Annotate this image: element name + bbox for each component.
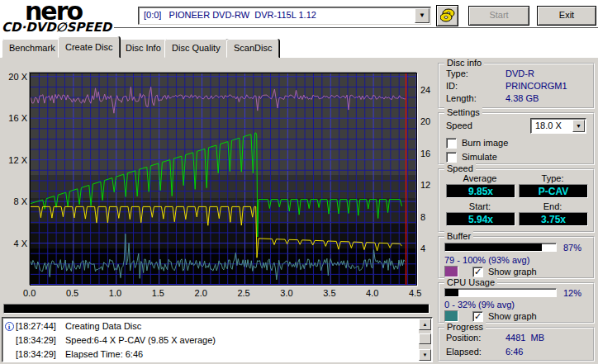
disc-info-label: Type:	[446, 69, 468, 78]
axis-tick-label: 0.0	[23, 288, 36, 298]
cpu-show-graph[interactable]: ✓Show graph	[472, 310, 537, 322]
buffer-show-graph[interactable]: ✓Show graph	[472, 266, 537, 277]
speed-cell-value: 3.75x	[519, 212, 588, 226]
status-log: i[18:27:44]Creating Data Disc[18:34:29]S…	[2, 317, 433, 362]
elapsed-label: Elapsed:	[446, 347, 482, 357]
disc-info-title: Disc info	[444, 58, 484, 68]
tab-disc-info[interactable]: Disc Info	[118, 39, 168, 58]
cpu-color-swatch	[444, 310, 458, 322]
eject-disc-button[interactable]	[436, 5, 458, 26]
log-text: Creating Data Disc	[65, 321, 141, 331]
chevron-down-icon[interactable]: ▼	[415, 8, 430, 23]
drive-select[interactable]: [0:0] PIONEER DVD-RW DVR-115L 1.12 ▼	[138, 7, 431, 25]
cpu-percent: 12%	[563, 288, 581, 298]
start-button[interactable]: Start	[468, 6, 529, 26]
log-entry: [18:34:29]Speed:6-4 X P-CAV (9.85 X aver…	[2, 333, 432, 346]
disc-stack-icon	[440, 14, 455, 24]
exit-button[interactable]: Exit	[537, 6, 596, 26]
speed-cell-label: Average	[446, 173, 514, 183]
progress-title: Progress	[444, 322, 486, 332]
axis-tick-label: 20	[420, 116, 430, 126]
axis-tick-label: 4	[420, 243, 425, 253]
speed-graph-canvas	[31, 73, 416, 285]
disc-info-value: 4.38 GB	[505, 93, 539, 103]
axis-tick-label: 12	[420, 180, 430, 190]
speed-panel: Speed Average9.85xType:P-CAVStart:5.94xE…	[438, 168, 595, 233]
setting-burn-image[interactable]: Burn image	[446, 137, 508, 149]
settings-title: Settings	[444, 107, 482, 117]
setting-simulate[interactable]: Simulate	[446, 151, 497, 163]
speed-cell-value: 9.85x	[446, 184, 515, 198]
speed-cell-value: P-CAV	[519, 184, 588, 198]
axis-tick-label: 3.5	[323, 288, 335, 298]
cd-dvd-speed-logo: CD·DVD∅SPEED	[2, 20, 112, 35]
cpu-bar-fill	[445, 289, 458, 296]
position-label: Position:	[446, 333, 481, 343]
log-scrollbar[interactable]: ▲ ▼	[419, 319, 431, 361]
speed-cell-label: End:	[519, 201, 586, 211]
checkbox-label: Simulate	[462, 152, 497, 162]
elapsed-value: 6:46	[505, 347, 523, 357]
cpu-range: 0 - 32% (9% avg)	[444, 300, 515, 310]
tab-create-disc[interactable]: Create Disc	[58, 36, 120, 58]
axis-tick-label: 2.5	[237, 288, 249, 298]
header-divider	[114, 27, 598, 28]
scroll-down-button[interactable]: ▼	[419, 349, 431, 361]
disc-info-label: Length:	[446, 93, 477, 103]
cpu-usage-title: CPU Usage	[444, 277, 497, 287]
speed-cell-value: 5.94x	[446, 212, 515, 226]
log-text: Elapsed Time: 6:46	[65, 349, 143, 359]
top-bar: nero CD·DVD∅SPEED [0:0] PIONEER DVD-RW D…	[0, 0, 598, 36]
checkbox[interactable]: ✓	[472, 267, 483, 277]
axis-tick-label: 8 X	[1, 196, 27, 206]
log-entry: i[18:27:44]Creating Data Disc	[2, 319, 432, 332]
speed-select-value: 18.0 X	[535, 121, 562, 130]
checkbox[interactable]	[446, 152, 457, 163]
buffer-color-swatch	[444, 266, 458, 277]
disc-info-label: ID:	[446, 81, 458, 91]
chevron-down-icon[interactable]: ▼	[572, 120, 585, 132]
log-time: [18:34:29]	[16, 349, 65, 359]
disc-info-panel: Disc info Type:DVD-RID:PRINCORGM1Length:…	[438, 63, 595, 109]
axis-tick-label: 2.0	[195, 288, 207, 298]
axis-tick-label: 20 X	[1, 72, 27, 82]
axis-tick-label: 8	[420, 212, 425, 222]
axis-tick-label: 3.0	[280, 288, 292, 298]
cpu-bar	[444, 288, 557, 297]
axis-tick-label: 4.5	[409, 288, 421, 298]
burn-progress-fill	[4, 305, 429, 313]
buffer-panel: Buffer 87% 79 - 100% (93% avg) ✓Show gra…	[438, 236, 595, 279]
checkbox[interactable]	[446, 138, 457, 149]
speed-cell-label: Type:	[519, 173, 586, 183]
axis-tick-label: 1.0	[109, 288, 121, 298]
disc-info-value: DVD-R	[505, 69, 534, 78]
axis-tick-label: 16	[420, 149, 430, 158]
drive-select-value: [0:0] PIONEER DVD-RW DVR-115L 1.12	[144, 10, 316, 20]
tab-scandisc[interactable]: ScanDisc	[226, 39, 279, 58]
speed-select[interactable]: 18.0 X ▼	[530, 118, 586, 134]
axis-tick-label: 12 X	[1, 155, 27, 165]
scroll-up-button[interactable]: ▲	[419, 319, 431, 330]
tab-row: BenchmarkCreate DiscDisc InfoDisc Qualit…	[0, 36, 598, 58]
buffer-bar	[444, 243, 557, 252]
show-graph-label: Show graph	[488, 267, 537, 277]
log-time: [18:27:44]	[16, 321, 65, 331]
tab-benchmark[interactable]: Benchmark	[2, 39, 63, 58]
speed-panel-title: Speed	[444, 163, 476, 173]
scroll-thumb[interactable]	[419, 333, 431, 344]
checkbox[interactable]: ✓	[472, 311, 483, 322]
buffer-percent: 87%	[563, 243, 581, 253]
burn-progress-bar	[3, 304, 430, 314]
nero-cd-dvd-speed-window: nero CD·DVD∅SPEED [0:0] PIONEER DVD-RW D…	[0, 0, 598, 364]
axis-tick-label: 4.0	[366, 288, 378, 298]
speed-graph: 20 X16 X12 X8 X4 X 2420161284 0.00.51.01…	[30, 73, 417, 286]
info-icon: i	[5, 322, 14, 331]
tab-disc-quality[interactable]: Disc Quality	[164, 39, 228, 58]
axis-tick-label: 24	[420, 85, 430, 95]
plot-background	[31, 73, 416, 285]
settings-panel: Settings Speed 18.0 X ▼ Burn imageSimula…	[438, 112, 595, 165]
tab-page-create-disc: 20 X16 X12 X8 X4 X 2420161284 0.00.51.01…	[0, 58, 598, 364]
cpu-usage-panel: CPU Usage 12% 0 - 32% (9% avg) ✓Show gra…	[438, 282, 595, 324]
speed-label: Speed	[446, 121, 472, 130]
show-graph-label: Show graph	[488, 311, 537, 321]
